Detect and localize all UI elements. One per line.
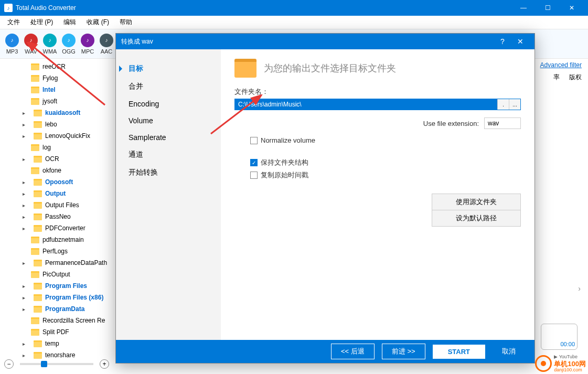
menu-edit[interactable]: 编辑 [59, 17, 80, 28]
back-button[interactable]: << 后退 [331, 344, 375, 359]
folder-icon [34, 179, 42, 186]
tree-item[interactable]: pdfubznetmain [2, 234, 116, 245]
tree-item[interactable]: Split PDF [2, 326, 116, 338]
folder-icon [31, 87, 39, 93]
tree-item[interactable]: log [2, 142, 116, 153]
format-wma-button[interactable]: ♪WMA [41, 34, 59, 55]
time-display: 00:00 [560, 341, 575, 347]
use-source-button[interactable]: 使用源文件夹 [432, 194, 521, 210]
format-aac-button[interactable]: ♪AAC [98, 34, 115, 55]
tree-item[interactable]: OCR [2, 153, 116, 165]
format-mp3-button[interactable]: ♪MP3 [3, 34, 21, 55]
sidebar-item[interactable]: 开始转换 [116, 164, 221, 181]
tree-item[interactable]: PerfLogs [2, 245, 116, 257]
keep-structure-row[interactable]: ✓ 保持文件夹结构 [250, 158, 521, 167]
folder-icon [34, 202, 42, 209]
dialog-sidebar: 目标合并EncodingVolumeSamplerate通道开始转换 [116, 49, 221, 340]
tree-item-label: temp [45, 340, 59, 347]
watermark: ▶ YouTube 单机100网 danji100.com [535, 355, 586, 373]
menu-process[interactable]: 处理 (P) [26, 17, 57, 28]
watermark-logo-icon [535, 355, 552, 372]
tree-item[interactable]: jysoft [2, 95, 116, 107]
maximize-button[interactable]: ☐ [536, 0, 560, 16]
tree-item[interactable]: LenovoQuickFix [2, 130, 116, 142]
tree-item[interactable]: Output Files [2, 199, 116, 211]
zoom-out-button[interactable]: − [4, 359, 14, 369]
tree-item-label: Opoosoft [45, 178, 73, 186]
zoom-in-button[interactable]: + [100, 359, 109, 369]
tree-item[interactable]: kuaidaosoft [2, 107, 116, 119]
app-icon: ♪ [4, 4, 13, 12]
dialog-close-button[interactable]: ✕ [511, 34, 529, 49]
output-path-input[interactable] [235, 99, 497, 110]
use-extension-label: Use file extension: [423, 120, 479, 127]
tree-item[interactable]: temp [2, 338, 116, 349]
tree-item[interactable]: PermanenceDataPath [2, 257, 116, 269]
tree-item[interactable]: ProgramData [2, 303, 116, 315]
tree-item[interactable]: reeOCR [2, 61, 116, 72]
browse-button[interactable]: ... [509, 99, 520, 110]
tree-item[interactable]: Output [2, 188, 116, 199]
col-copyright[interactable]: 版权 [569, 73, 582, 82]
copy-timestamp-checkbox[interactable] [250, 172, 258, 179]
tree-item[interactable]: PicOutput [2, 269, 116, 280]
folder-icon [34, 260, 42, 266]
set-default-button[interactable]: 设为默认路径 [432, 210, 521, 227]
minimize-button[interactable]: — [511, 0, 536, 16]
folder-icon [34, 133, 42, 140]
tree-item[interactable]: Program Files (x86) [2, 292, 116, 303]
tree-item-label: OCR [45, 155, 59, 163]
sidebar-item[interactable]: Volume [116, 112, 221, 129]
advanced-filter-link[interactable]: Advanced filter [540, 61, 582, 69]
format-label: OGG [62, 48, 76, 55]
tree-item-label: kuaidaosoft [45, 109, 80, 116]
menu-help[interactable]: 帮助 [115, 17, 136, 28]
folder-icon [31, 329, 39, 336]
format-wav-button[interactable]: ♪WAV [22, 34, 40, 55]
copy-timestamp-row[interactable]: 复制原始时间戳 [250, 170, 521, 180]
zoom-slider[interactable] [20, 363, 93, 365]
tree-item[interactable]: Fylog [2, 72, 116, 84]
waveform-preview: 00:00 [541, 324, 578, 350]
dialog-help-button[interactable]: ? [494, 34, 511, 49]
close-button[interactable]: ✕ [560, 0, 584, 16]
tree-item-label: ProgramData [45, 305, 84, 313]
col-rate[interactable]: 率 [553, 73, 560, 82]
watermark-en: danji100.com [554, 368, 586, 373]
format-ogg-button[interactable]: ♪OGG [60, 34, 78, 55]
folder-icon [34, 352, 42, 359]
format-label: WMA [43, 48, 57, 55]
pager-next-icon[interactable]: › [578, 284, 581, 293]
tree-item-label: Split PDF [42, 328, 69, 336]
format-mpc-button[interactable]: ♪MPC [79, 34, 97, 55]
cancel-button[interactable]: 取消 [493, 344, 525, 359]
folder-icon [31, 63, 39, 70]
forward-button[interactable]: 前进 >> [382, 344, 425, 359]
extension-input[interactable] [484, 117, 521, 129]
tree-item[interactable]: Intel [2, 84, 116, 95]
normalize-row[interactable]: Normalize volume [250, 136, 521, 144]
sidebar-item[interactable]: Samplerate [116, 129, 221, 146]
sidebar-item[interactable]: Encoding [116, 95, 221, 112]
slider-thumb[interactable] [41, 361, 47, 367]
menu-favorites[interactable]: 收藏 (F) [82, 17, 113, 28]
menu-file[interactable]: 文件 [3, 17, 24, 28]
tree-item[interactable]: Program Files [2, 280, 116, 292]
tree-item[interactable]: okfone [2, 165, 116, 176]
sidebar-item[interactable]: 通道 [116, 146, 221, 164]
start-button[interactable]: START [433, 345, 485, 359]
sidebar-item[interactable]: 目标 [116, 60, 221, 78]
path-up-button[interactable]: . [497, 99, 509, 110]
tree-item[interactable]: Recordzilla Screen Re [2, 315, 116, 326]
tree-item[interactable]: lebo [2, 119, 116, 130]
folder-tree[interactable]: reeOCRFylogInteljysoftkuaidaosoftleboLen… [0, 59, 118, 374]
folder-icon [31, 237, 39, 243]
tree-item[interactable]: PassNeo [2, 211, 116, 222]
tree-item-label: log [42, 144, 51, 151]
tree-item[interactable]: Opoosoft [2, 176, 116, 188]
folder-icon [31, 75, 39, 82]
keep-structure-checkbox[interactable]: ✓ [250, 159, 258, 166]
tree-item[interactable]: PDFConverter [2, 222, 116, 234]
sidebar-item[interactable]: 合并 [116, 78, 221, 95]
normalize-checkbox[interactable] [250, 137, 258, 144]
